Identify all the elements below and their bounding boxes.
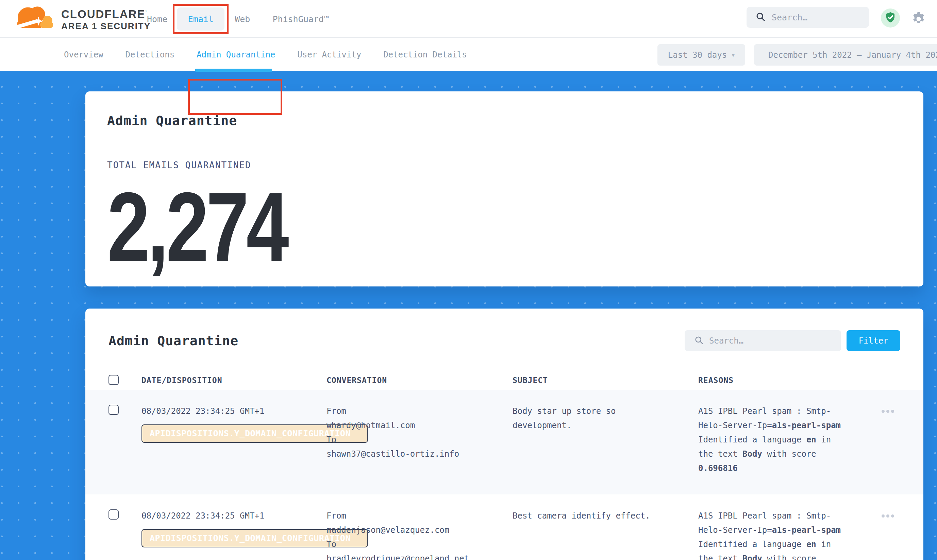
- cell-actions: [858, 404, 900, 475]
- cloudflare-logo: CLOUDFLARE’ AREA 1 SECURITY: [12, 3, 151, 35]
- column-header-reasons: REASONS: [698, 376, 858, 385]
- conversation-line: From: [327, 404, 512, 418]
- main-nav: Home Email Web PhishGuard™: [147, 0, 329, 38]
- reason-line: the text Body with score: [698, 551, 858, 560]
- table-header-row: DATE/DISPOSITION CONVERSATION SUBJECT RE…: [85, 371, 923, 390]
- conversation-line: To: [327, 537, 512, 551]
- settings-gear-icon[interactable]: [911, 11, 927, 27]
- table-search: [685, 330, 841, 351]
- more-actions-button[interactable]: [881, 511, 894, 521]
- cell-subject: Body star up store sodevelopment.: [512, 404, 698, 475]
- email-sub-nav: Overview Detections Admin Quarantine Use…: [0, 38, 937, 71]
- tab-detection-details[interactable]: Detection Details: [383, 50, 467, 60]
- reason-line: the text Body with score: [698, 447, 858, 461]
- date-range-preset-button[interactable]: Last 30 days ▼: [658, 44, 745, 66]
- table-card-title: Admin Quarantine: [108, 333, 238, 348]
- table-row[interactable]: 08/03/2022 23:34:25 GMT+1APIDISPOSITIONS…: [85, 494, 923, 560]
- conversation-line: shawn37@castillo-ortiz.info: [327, 447, 512, 461]
- table-search-input[interactable]: [709, 336, 821, 346]
- cloudflare-cloud-icon: [12, 3, 56, 35]
- conversation-line: bradleyrodriguez@copeland.net: [327, 551, 512, 560]
- cell-date-disposition: 08/03/2022 23:34:25 GMT+1APIDISPOSITIONS…: [142, 509, 327, 560]
- tab-overview[interactable]: Overview: [64, 50, 103, 60]
- search-icon: [694, 335, 704, 346]
- nav-item-phishguard[interactable]: PhishGuard™: [272, 14, 329, 24]
- tab-user-activity[interactable]: User Activity: [297, 50, 361, 60]
- reason-line: 0.696816: [698, 461, 858, 475]
- quarantine-stats-card: Admin Quarantine TOTAL EMAILS QUARANTINE…: [85, 91, 923, 286]
- reason-line: A1S IPBL Pearl spam : Smtp-: [698, 509, 858, 523]
- reason-line: Identified a language en in: [698, 432, 858, 447]
- subject-line: Body star up store so: [512, 404, 698, 418]
- brand-name: CLOUDFLARE’: [61, 6, 151, 20]
- tab-admin-quarantine[interactable]: Admin Quarantine: [197, 50, 275, 60]
- column-header-subject: SUBJECT: [512, 376, 698, 385]
- row-checkbox[interactable]: [108, 405, 119, 415]
- cell-actions: [858, 509, 900, 560]
- row-date: 08/03/2022 23:34:25 GMT+1: [142, 509, 327, 523]
- cell-reasons: A1S IPBL Pearl spam : Smtp-Helo-Server-I…: [698, 404, 858, 475]
- active-tab-underline: [195, 69, 272, 72]
- global-search-input[interactable]: [772, 12, 857, 22]
- search-icon: [755, 12, 766, 23]
- table-row[interactable]: 08/03/2022 23:34:25 GMT+1APIDISPOSITIONS…: [85, 390, 923, 494]
- reason-line: Helo-Server-Ip=a1s-pearl-spam: [698, 523, 858, 537]
- total-quarantined-value: 2,274: [107, 176, 286, 278]
- security-status-badge[interactable]: [881, 9, 900, 28]
- nav-item-email[interactable]: Email: [177, 8, 224, 31]
- filter-button[interactable]: Filter: [846, 330, 900, 351]
- total-quarantined-label: TOTAL EMAILS QUARANTINED: [107, 160, 901, 170]
- cell-conversation: Frommaddenjason@velazquez.comTobradleyro…: [327, 509, 512, 560]
- select-all-checkbox[interactable]: [108, 375, 119, 385]
- top-bar-right: [747, 0, 937, 38]
- conversation-line: maddenjason@velazquez.com: [327, 523, 512, 537]
- brand-subtitle: AREA 1 SECURITY: [61, 20, 151, 32]
- nav-item-home[interactable]: Home: [147, 14, 167, 24]
- subject-line: development.: [512, 418, 698, 432]
- row-date: 08/03/2022 23:34:25 GMT+1: [142, 404, 327, 418]
- column-header-date-disposition: DATE/DISPOSITION: [142, 376, 327, 385]
- row-checkbox[interactable]: [108, 509, 119, 520]
- global-search: [747, 7, 869, 28]
- date-range-value[interactable]: December 5th 2022 — January 4th 2023: [754, 44, 937, 66]
- more-actions-button[interactable]: [881, 406, 894, 416]
- app-window: CLOUDFLARE’ AREA 1 SECURITY Home Email W…: [0, 0, 937, 560]
- cell-conversation: Fromwhardy@hotmail.comToshawn37@castillo…: [327, 404, 512, 475]
- cell-select: [108, 404, 142, 475]
- top-bar: CLOUDFLARE’ AREA 1 SECURITY Home Email W…: [0, 0, 937, 38]
- conversation-line: From: [327, 509, 512, 523]
- reason-line: Helo-Server-Ip=a1s-pearl-spam: [698, 418, 858, 432]
- quarantine-table-card: Admin Quarantine Filter DATE/DISPOSITION…: [85, 309, 923, 560]
- column-header-conversation: CONVERSATION: [327, 376, 512, 385]
- shield-check-icon: [884, 11, 897, 25]
- reason-line: Identified a language en in: [698, 537, 858, 551]
- page-background: Admin Quarantine TOTAL EMAILS QUARANTINE…: [0, 71, 937, 560]
- table-rows: 08/03/2022 23:34:25 GMT+1APIDISPOSITIONS…: [85, 390, 923, 560]
- chevron-down-icon: ▼: [732, 52, 735, 58]
- cell-select: [108, 509, 142, 560]
- tab-detections[interactable]: Detections: [125, 50, 175, 60]
- cell-date-disposition: 08/03/2022 23:34:25 GMT+1APIDISPOSITIONS…: [142, 404, 327, 475]
- cell-reasons: A1S IPBL Pearl spam : Smtp-Helo-Server-I…: [698, 509, 858, 560]
- reason-line: A1S IPBL Pearl spam : Smtp-: [698, 404, 858, 418]
- nav-item-web[interactable]: Web: [235, 14, 250, 24]
- cell-subject: Best camera identify effect.: [512, 509, 698, 560]
- conversation-line: To: [327, 432, 512, 447]
- conversation-line: whardy@hotmail.com: [327, 418, 512, 432]
- stats-card-title: Admin Quarantine: [107, 113, 901, 128]
- subject-line: Best camera identify effect.: [512, 509, 698, 523]
